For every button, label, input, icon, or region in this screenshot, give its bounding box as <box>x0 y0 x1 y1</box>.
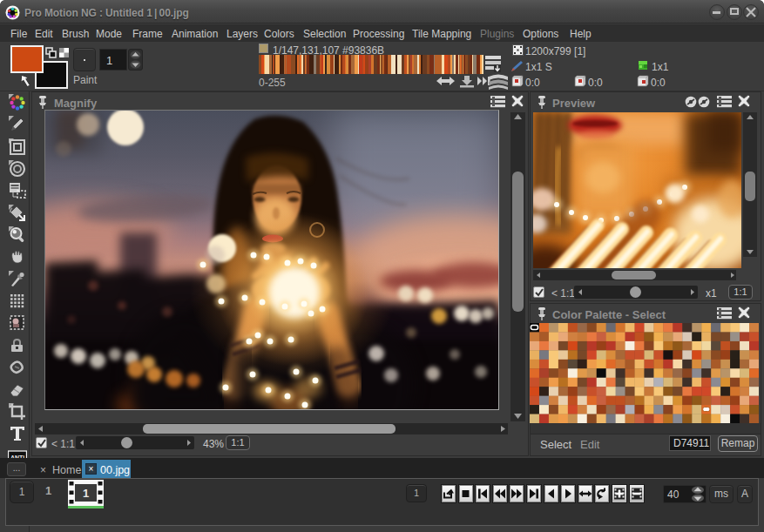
svg-text:1: 1 <box>83 487 89 500</box>
